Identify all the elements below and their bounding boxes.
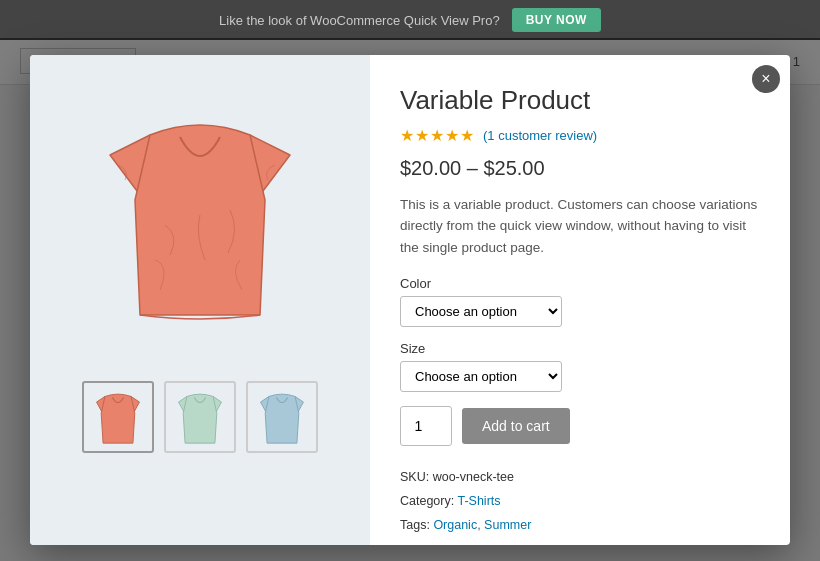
modal-overlay: × — [0, 38, 820, 561]
thumbnail-list — [82, 381, 318, 453]
size-variation-group: Size Choose an option Small Medium Large — [400, 341, 760, 392]
tag-summer-link[interactable]: Summer — [484, 518, 531, 532]
category-row: Category: T-Shirts — [400, 490, 760, 514]
main-product-image — [70, 75, 330, 365]
tshirt-illustration — [100, 105, 300, 335]
sku-label: SKU: — [400, 470, 429, 484]
modal-close-button[interactable]: × — [752, 65, 780, 93]
thumbnail-2[interactable] — [164, 381, 236, 453]
review-link[interactable]: (1 customer review) — [483, 128, 597, 143]
product-title: Variable Product — [400, 85, 760, 116]
sku-value: woo-vneck-tee — [433, 470, 514, 484]
thumbnail-1[interactable] — [82, 381, 154, 453]
color-label: Color — [400, 276, 760, 291]
thumbnail-3[interactable] — [246, 381, 318, 453]
promo-text: Like the look of WooCommerce Quick View … — [219, 13, 500, 28]
tag-organic-link[interactable]: Organic — [433, 518, 477, 532]
product-price: $20.00 – $25.00 — [400, 157, 760, 180]
tags-row: Tags: Organic, Summer — [400, 514, 760, 538]
sku-row: SKU: woo-vneck-tee — [400, 466, 760, 490]
buy-now-button[interactable]: BUY NOW — [512, 8, 601, 32]
star-rating: ★★★★★ — [400, 126, 475, 145]
color-variation-group: Color Choose an option Red Green Blue — [400, 276, 760, 327]
rating-row: ★★★★★ (1 customer review) — [400, 126, 760, 145]
tags-label: Tags: — [400, 518, 430, 532]
product-images-panel — [30, 55, 370, 545]
size-select[interactable]: Choose an option Small Medium Large — [400, 361, 562, 392]
add-to-cart-button[interactable]: Add to cart — [462, 408, 570, 444]
product-meta: SKU: woo-vneck-tee Category: T-Shirts Ta… — [400, 466, 760, 537]
quick-view-modal: × — [30, 55, 790, 545]
add-to-cart-row: Add to cart — [400, 406, 760, 446]
product-description: This is a variable product. Customers ca… — [400, 194, 760, 259]
promo-bar: Like the look of WooCommerce Quick View … — [0, 0, 820, 40]
color-select[interactable]: Choose an option Red Green Blue — [400, 296, 562, 327]
product-info-panel: Variable Product ★★★★★ (1 customer revie… — [370, 55, 790, 545]
quantity-input[interactable] — [400, 406, 452, 446]
size-label: Size — [400, 341, 760, 356]
category-label: Category: — [400, 494, 454, 508]
category-link[interactable]: T-Shirts — [457, 494, 500, 508]
